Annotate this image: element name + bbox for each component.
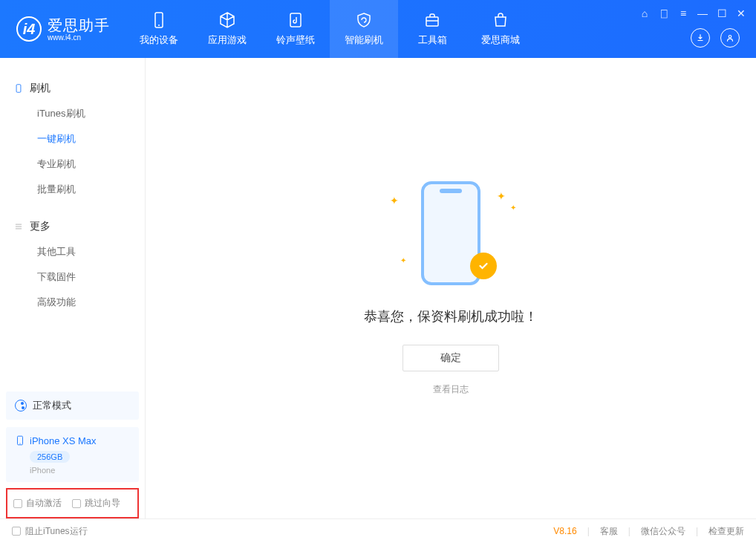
close-button[interactable]: ✕	[735, 7, 747, 19]
menu-advanced[interactable]: 高级功能	[0, 290, 145, 315]
flash-options-highlighted: 自动激活 跳过向导	[6, 488, 139, 518]
menu-one-click-flash[interactable]: 一键刷机	[0, 126, 145, 152]
svg-rect-3	[426, 17, 438, 26]
nav-smart-flash[interactable]: 智能刷机	[330, 0, 398, 58]
mode-label: 正常模式	[33, 399, 71, 412]
app-name: 爱思助手	[48, 17, 110, 33]
auto-activate-checkbox[interactable]: 自动激活	[13, 497, 62, 510]
shirt-icon[interactable]: ⌂	[639, 7, 651, 19]
title-bar: i4 爱思助手 www.i4.cn 我的设备 应用游戏 铃声壁纸 智能刷机 工具…	[0, 0, 756, 58]
success-illustration: ✦✦✦✦	[399, 181, 503, 285]
skip-wizard-checkbox[interactable]: 跳过向导	[72, 497, 120, 510]
music-file-icon	[287, 11, 304, 29]
maximize-button[interactable]: ☐	[716, 7, 728, 19]
menu-download-firmware[interactable]: 下载固件	[0, 264, 145, 290]
svg-rect-2	[290, 13, 301, 27]
mode-icon	[15, 400, 27, 412]
store-icon	[492, 11, 509, 29]
status-bar: 阻止iTunes运行 V8.16 | 客服 | 微信公众号 | 检查更新	[0, 518, 756, 543]
nav-ringtones[interactable]: 铃声壁纸	[261, 0, 330, 58]
device-type: iPhone	[30, 466, 130, 475]
confirm-button[interactable]: 确定	[403, 345, 499, 371]
logo-icon: i4	[16, 16, 42, 42]
svg-point-1	[158, 25, 160, 26]
nav-store[interactable]: 爱思商城	[466, 0, 535, 58]
download-button[interactable]	[691, 28, 710, 48]
footer-support[interactable]: 客服	[600, 525, 618, 538]
minimize-button[interactable]: —	[697, 7, 708, 19]
view-log-link[interactable]: 查看日志	[433, 383, 469, 396]
user-button[interactable]	[720, 28, 740, 48]
menu-section-more[interactable]: 更多	[0, 214, 145, 239]
main-content: ✦✦✦✦ 恭喜您，保资料刷机成功啦！ 确定 查看日志	[146, 58, 756, 518]
menu-icon[interactable]: ≡	[677, 7, 689, 19]
footer-check-update[interactable]: 检查更新	[708, 525, 744, 538]
menu-pro-flash[interactable]: 专业刷机	[0, 152, 145, 177]
nav-my-device[interactable]: 我的设备	[125, 0, 193, 58]
checkmark-badge-icon	[470, 253, 497, 279]
version-label: V8.16	[553, 526, 576, 536]
menu-section-flash[interactable]: 刷机	[0, 76, 145, 101]
shield-refresh-icon	[355, 11, 373, 29]
download-icon	[695, 33, 706, 43]
block-itunes-checkbox[interactable]: 阻止iTunes运行	[12, 525, 88, 538]
device-info-box[interactable]: iPhone XS Max 256GB iPhone	[6, 427, 139, 482]
menu-other-tools[interactable]: 其他工具	[0, 239, 145, 264]
menu-itunes-flash[interactable]: iTunes刷机	[0, 101, 145, 126]
phone-small-icon	[13, 83, 24, 94]
nav-apps-games[interactable]: 应用游戏	[193, 0, 261, 58]
nav-toolbox[interactable]: 工具箱	[398, 0, 466, 58]
menu-batch-flash[interactable]: 批量刷机	[0, 177, 145, 202]
app-url: www.i4.cn	[48, 33, 110, 42]
device-mode-box[interactable]: 正常模式	[6, 391, 139, 420]
sidebar: 刷机 iTunes刷机 一键刷机 专业刷机 批量刷机 更多 其他工具 下载固件 …	[0, 58, 146, 518]
footer-wechat[interactable]: 微信公众号	[641, 525, 685, 538]
list-icon	[13, 221, 24, 232]
toolbox-icon	[423, 11, 441, 29]
svg-point-4	[729, 36, 731, 39]
device-capacity: 256GB	[30, 451, 70, 463]
phone-icon	[15, 435, 25, 446]
cube-icon	[218, 11, 236, 29]
svg-point-7	[19, 443, 20, 444]
device-icon	[150, 11, 168, 29]
device-name: iPhone XS Max	[30, 435, 97, 446]
window-controls: ⌂ ⎕ ≡ — ☐ ✕	[639, 7, 747, 19]
logo: i4 爱思助手 www.i4.cn	[0, 16, 125, 42]
lock-icon[interactable]: ⎕	[658, 7, 670, 19]
user-icon	[725, 33, 735, 43]
success-message: 恭喜您，保资料刷机成功啦！	[364, 308, 538, 325]
svg-rect-5	[16, 85, 21, 93]
main-nav: 我的设备 应用游戏 铃声壁纸 智能刷机 工具箱 爱思商城	[125, 0, 535, 58]
